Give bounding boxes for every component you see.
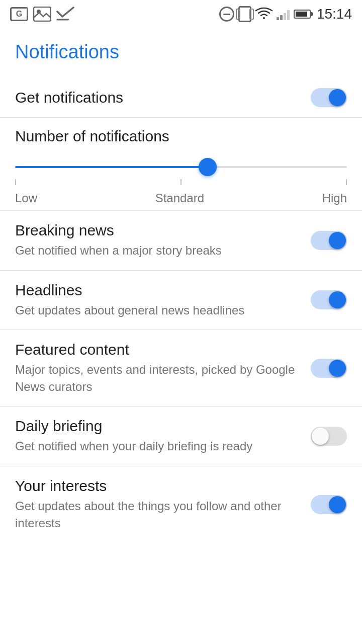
notifications-slider-container[interactable] [15, 157, 347, 177]
daily-briefing-title: Daily briefing [15, 418, 301, 435]
featured-content-toggle[interactable] [311, 359, 347, 378]
breaking-news-toggle[interactable] [311, 231, 347, 250]
slider-thumb[interactable] [199, 158, 217, 176]
get-notifications-toggle[interactable] [311, 88, 347, 107]
daily-briefing-subtitle: Get notified when your daily briefing is… [15, 438, 301, 455]
your-interests-toggle[interactable] [311, 495, 347, 514]
dnd-icon [219, 7, 234, 22]
featured-content-subtitle: Major topics, events and interests, pick… [15, 361, 301, 395]
featured-content-thumb [329, 360, 346, 377]
vibrate-icon [238, 6, 251, 22]
slider-tick-low [15, 179, 16, 185]
featured-content-text: Featured content Major topics, events an… [15, 341, 301, 395]
notifications-count-label: Number of notifications [15, 128, 347, 145]
battery-icon [294, 10, 311, 19]
get-notifications-row: Get notifications [15, 78, 347, 117]
slider-label-high: High [322, 191, 347, 205]
status-right-icons: 15:14 [219, 6, 352, 22]
play-check-icon [56, 7, 74, 22]
slider-ticks [15, 179, 347, 185]
daily-briefing-row: Daily briefing Get notified when your da… [15, 407, 347, 466]
your-interests-thumb [329, 496, 346, 513]
status-time: 15:14 [317, 6, 352, 22]
slider-tick-standard [180, 179, 182, 185]
notifications-count-section: Number of notifications Low Standard Hig… [15, 118, 347, 210]
google-news-icon [10, 7, 28, 21]
your-interests-row: Your interests Get updates about the thi… [15, 466, 347, 542]
get-notifications-thumb [329, 89, 346, 106]
headlines-row: Headlines Get updates about general news… [15, 271, 347, 330]
breaking-news-row: Breaking news Get notified when a major … [15, 211, 347, 270]
slider-label-standard: Standard [155, 191, 204, 205]
daily-briefing-text: Daily briefing Get notified when your da… [15, 418, 301, 455]
breaking-news-subtitle: Get notified when a major story breaks [15, 242, 301, 259]
headlines-title: Headlines [15, 282, 301, 299]
featured-content-row: Featured content Major topics, events an… [15, 330, 347, 406]
headlines-toggle[interactable] [311, 290, 347, 309]
breaking-news-thumb [329, 232, 346, 249]
page-title: Notifications [15, 41, 347, 63]
page-content: Notifications Get notifications Number o… [0, 28, 362, 557]
daily-briefing-thumb [312, 428, 329, 445]
get-notifications-label: Get notifications [15, 89, 123, 106]
slider-label-low: Low [15, 191, 37, 205]
headlines-thumb [329, 291, 346, 308]
breaking-news-title: Breaking news [15, 222, 301, 239]
wifi-icon [255, 7, 273, 21]
daily-briefing-toggle[interactable] [311, 427, 347, 446]
svg-rect-0 [34, 7, 51, 21]
image-icon [33, 7, 51, 22]
your-interests-text: Your interests Get updates about the thi… [15, 477, 301, 531]
headlines-text: Headlines Get updates about general news… [15, 282, 301, 319]
headlines-subtitle: Get updates about general news headlines [15, 302, 301, 319]
your-interests-title: Your interests [15, 477, 301, 495]
slider-track-fill [15, 166, 208, 168]
featured-content-title: Featured content [15, 341, 301, 358]
breaking-news-text: Breaking news Get notified when a major … [15, 222, 301, 259]
status-bar: 15:14 [0, 0, 362, 28]
your-interests-subtitle: Get updates about the things you follow … [15, 498, 301, 531]
signal-icon [277, 8, 290, 20]
slider-tick-high [346, 179, 347, 185]
slider-labels: Low Standard High [15, 191, 347, 205]
status-left-icons [10, 7, 74, 22]
